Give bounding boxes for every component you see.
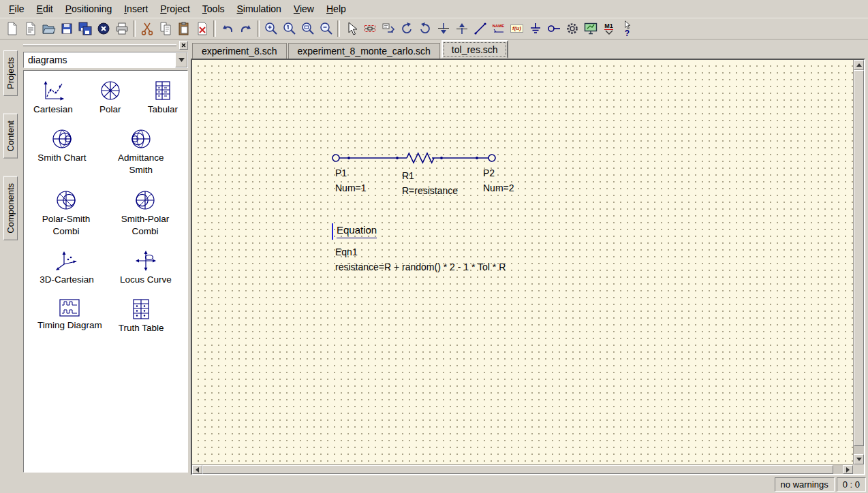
sidebar-tab-components[interactable]: Components [3, 176, 18, 240]
save-icon [59, 21, 74, 36]
menu-project[interactable]: Project [154, 1, 196, 16]
mirror-x-button[interactable] [434, 20, 452, 38]
toolbar: NAME f(u) M1 ? [0, 18, 868, 39]
cut-button[interactable] [138, 20, 156, 38]
select-button[interactable] [342, 20, 360, 38]
tabular-diagram-icon [151, 79, 174, 102]
vertical-scroll-thumb[interactable] [854, 70, 864, 446]
open-button[interactable] [39, 20, 57, 38]
list-item-smith-chart[interactable]: Smith Chart [37, 127, 86, 164]
equation-component[interactable]: Equation [332, 223, 378, 240]
list-item-polar[interactable]: Polar [99, 79, 122, 116]
rotate-ccw-icon [399, 21, 414, 36]
mirror-y-button[interactable] [452, 20, 471, 38]
list-item-smith-polar-combi[interactable]: Smith-Polar Combi [112, 189, 178, 238]
move-text-button[interactable] [379, 20, 397, 38]
close-document-icon [96, 21, 111, 36]
zoom-out-button[interactable] [317, 20, 335, 38]
component-name-label[interactable]: P2 [483, 168, 495, 178]
paste-button[interactable] [174, 20, 193, 38]
component-name-label[interactable]: R1 [402, 170, 414, 181]
close-document-button[interactable] [94, 20, 112, 38]
warnings-status: no warnings [775, 477, 835, 492]
menu-view[interactable]: View [288, 1, 320, 16]
undo-button[interactable] [218, 20, 236, 38]
admittance-smith-icon [129, 127, 153, 150]
move-text-icon [381, 21, 396, 36]
copy-button[interactable] [156, 20, 174, 38]
menu-edit[interactable]: Edit [31, 1, 59, 16]
save-all-button[interactable] [76, 20, 94, 38]
menu-tools[interactable]: Tools [196, 1, 231, 16]
scroll-right-button[interactable] [843, 465, 853, 474]
zoom-fit-button[interactable] [298, 20, 317, 38]
list-item-3d-cartesian[interactable]: 3D-Cartesian [40, 249, 94, 286]
port-p1-symbol[interactable] [332, 155, 339, 161]
activate-deactivate-button[interactable] [360, 20, 379, 38]
equation-name-label[interactable]: Eqn1 [335, 246, 358, 257]
save-button[interactable] [57, 20, 76, 38]
whats-this-button[interactable]: ? [618, 20, 636, 38]
tab-experiment-8[interactable]: experiment_8.sch [192, 43, 287, 59]
tab-experiment-8-monte-carlo[interactable]: experiment_8_monte_carlo.sch [288, 43, 440, 59]
view-data-display-button[interactable] [581, 20, 600, 38]
list-item-tabular[interactable]: Tabular [148, 79, 178, 116]
rotate-button[interactable] [397, 20, 416, 38]
insert-wire-label-button[interactable]: NAME [489, 20, 508, 38]
simulate-button[interactable] [563, 20, 581, 38]
dock-close-button[interactable] [179, 41, 188, 50]
component-category-dropdown[interactable]: diagrams [23, 52, 188, 68]
equation-formula-label[interactable]: resistance=R + random() * 2 - 1 * Tol * … [335, 261, 506, 272]
print-button[interactable] [112, 20, 131, 38]
delete-button[interactable] [193, 20, 211, 38]
redo-button[interactable] [236, 20, 255, 38]
content-area: Projects Content Components diagrams Car… [0, 39, 868, 475]
scroll-down-button[interactable] [854, 454, 864, 464]
port-p2-symbol[interactable] [489, 155, 495, 161]
dock-handle[interactable] [23, 44, 176, 46]
zoom-in-button[interactable] [262, 20, 280, 38]
new-text-document-icon [22, 21, 37, 36]
sidebar-tab-projects[interactable]: Projects [3, 50, 18, 96]
menu-help[interactable]: Help [320, 1, 352, 16]
redo-arrow-icon [238, 21, 253, 36]
sidebar-tab-content[interactable]: Content [3, 114, 18, 159]
tab-tol-res[interactable]: tol_res.sch [441, 40, 508, 59]
component-property-label[interactable]: R=resistance [402, 185, 458, 196]
list-item-polar-smith-combi[interactable]: Polar-Smith Combi [33, 189, 99, 238]
horizontal-scroll-thumb[interactable] [202, 465, 833, 474]
list-item-admittance-smith[interactable]: Admittance Smith [108, 127, 174, 176]
resistor-r1-symbol[interactable] [407, 153, 434, 163]
resistor-circuit-drawing[interactable] [328, 148, 506, 169]
component-name-label[interactable]: P1 [335, 168, 347, 178]
insert-port-button[interactable] [544, 20, 563, 38]
three-d-cartesian-icon [55, 249, 79, 272]
rotate-cw-button[interactable] [416, 20, 434, 38]
new-text-button[interactable] [20, 20, 39, 38]
horizontal-scrollbar[interactable] [192, 464, 853, 474]
menu-insert[interactable]: Insert [118, 1, 154, 16]
component-property-label[interactable]: Num=2 [483, 182, 514, 193]
insert-equation-button[interactable]: f(u) [508, 20, 526, 38]
component-property-label[interactable]: Num=1 [335, 182, 367, 193]
new-document-button[interactable] [2, 20, 20, 38]
scroll-up-button[interactable] [854, 60, 864, 70]
insert-wire-button[interactable] [471, 20, 489, 38]
list-item-timing-diagram[interactable]: Timing Diagram [37, 298, 102, 332]
zoom-reset-button[interactable] [280, 20, 298, 38]
list-item-locus-curve[interactable]: Locus Curve [120, 249, 172, 286]
schematic-canvas[interactable]: P1 Num=1 R1 R=resistance P2 Num=2 Equati… [192, 60, 853, 464]
list-item-truth-table[interactable]: Truth Table [119, 298, 164, 334]
scroll-left-button[interactable] [192, 465, 202, 474]
list-item-cartesian[interactable]: Cartesian [33, 79, 73, 116]
vertical-scrollbar[interactable] [853, 60, 864, 464]
toolbar-separator [213, 20, 216, 37]
show-last-messages-button[interactable]: M1 [600, 20, 618, 38]
menu-positioning[interactable]: Positioning [59, 1, 119, 16]
insert-ground-button[interactable] [526, 20, 544, 38]
diagram-row: Cartesian Polar Tabular [27, 79, 185, 116]
scrollbar-corner [853, 464, 864, 474]
menu-simulation[interactable]: Simulation [231, 1, 288, 16]
menu-file[interactable]: File [3, 1, 31, 16]
dropdown-arrow-button[interactable] [175, 52, 187, 67]
